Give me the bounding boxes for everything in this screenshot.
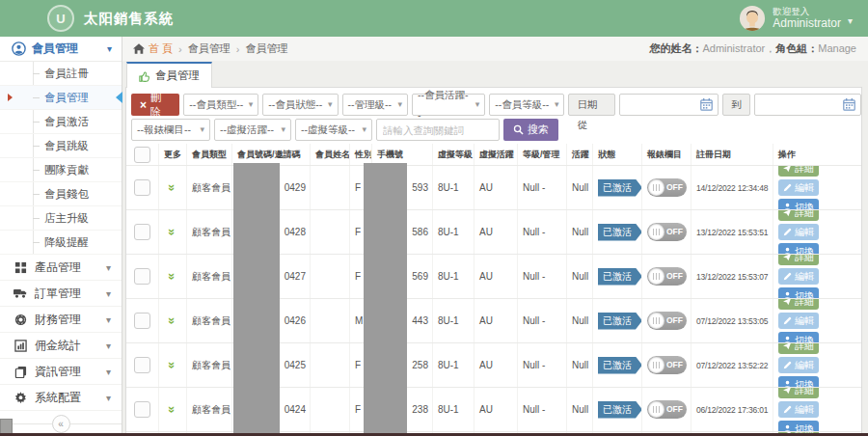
sidebar-item-member-register[interactable]: 會員註冊 [0,62,122,86]
report-column-select[interactable]: --報錶欄目--▾ [131,119,210,141]
row-checkbox[interactable] [134,268,150,285]
app-header: U 太阳銷售系統 歡迎登入 Administrator ▾ [0,0,868,37]
cell-level-manage: Null - [518,166,567,209]
app-logo-icon: U [47,5,74,32]
row-checkbox[interactable] [134,179,150,196]
calendar-icon[interactable] [843,98,855,111]
cell-status: 已激活 [593,388,642,431]
thumbs-up-icon [139,70,150,82]
redaction-bar [233,163,280,436]
coin-icon [14,313,27,326]
calendar-icon[interactable] [700,98,713,111]
detail-button[interactable]: 詳細 [778,299,819,310]
delete-button[interactable]: ×刪除 [131,94,179,116]
detail-button[interactable]: 詳細 [778,210,819,221]
report-toggle[interactable]: OFF [647,223,687,241]
status-badge: 已激活 [598,357,642,374]
sidebar-section-orders[interactable]: 訂單管理 ▾ [0,281,122,307]
cell-checkbox [126,299,159,342]
switch-button[interactable]: 切換 [778,332,819,342]
header-register-date: 註冊日期 [692,144,773,165]
sidebar-section-finance[interactable]: 財務管理 ▾ [0,307,122,333]
switch-button[interactable]: 切換 [778,243,819,254]
tab-member-management[interactable]: 會員管理 [126,62,212,88]
sidebar-item-team-contribution[interactable]: 團隊貢獻 [0,158,122,182]
report-toggle[interactable]: OFF [647,400,687,419]
breadcrumb-home[interactable]: 首 頁 [133,41,173,56]
detail-button[interactable]: 詳細 [778,343,819,354]
sidebar-section-system-config[interactable]: 系統配置 ▾ [0,385,122,411]
section-label: 系統配置 [35,390,98,406]
cell-actions: 詳細 編輯 切換 [773,388,861,431]
sidebar-item-owner-upgrade[interactable]: 店主升級 [0,206,122,231]
sidebar-item-member-activation[interactable]: 會員激活 [0,110,122,134]
breadcrumb-item[interactable]: 會員管理 [188,41,231,56]
row-checkbox[interactable] [134,224,150,240]
sidebar-section-products[interactable]: 產品管理 ▾ [0,255,122,281]
cell-active: Null [567,343,593,387]
cell-checkbox [126,255,159,298]
report-toggle[interactable]: OFF [647,356,687,374]
role-label: 角色組： [775,42,818,54]
virtual-active-select[interactable]: --虛擬活躍--▾ [214,119,291,141]
report-toggle[interactable]: OFF [647,178,687,197]
expand-row-icon[interactable]: » [165,406,179,413]
sidebar-collapse-button[interactable]: « [52,415,70,433]
member-status-select[interactable]: --會員狀態--▾ [262,94,338,116]
select-all-checkbox[interactable] [134,147,150,163]
switch-button[interactable]: 切換 [778,287,819,298]
chevron-down-icon: ▾ [106,367,111,377]
cell-virtual-active: AU [475,255,518,298]
toggle-label: OFF [666,267,683,286]
sidebar-item-member-management[interactable]: 會員管理 [0,86,122,110]
select-value: --管理級-- [348,95,393,115]
breadcrumb-item[interactable]: 會員管理 [245,41,287,56]
user-menu-chevron-icon: ▾ [848,15,853,26]
edit-button[interactable]: 編輯 [778,401,819,418]
cell-report-toggle: OFF [642,255,692,298]
switch-button[interactable]: 切換 [778,199,819,209]
sidebar-section-commission[interactable]: 佣金統計 ▾ [0,333,122,359]
row-checkbox[interactable] [134,357,150,373]
search-button[interactable]: 搜索 [503,119,558,141]
toggle-knob-icon [648,357,665,373]
member-active-select[interactable]: --會員活躍--▾ [412,94,485,116]
report-toggle[interactable]: OFF [647,267,687,286]
cell-member-type: 顧客會員 [187,255,232,298]
cell-actions: 詳細 編輯 切換 [773,166,861,209]
scrollbar-chip[interactable] [0,419,13,434]
virtual-level-select[interactable]: --虛擬等級--▾ [295,119,372,141]
sidebar-section-information[interactable]: 資訊管理 ▾ [0,359,122,385]
manage-level-select[interactable]: --管理級--▾ [342,94,408,116]
edit-button[interactable]: 編輯 [778,179,819,196]
expand-row-icon[interactable]: » [165,273,179,280]
detail-button[interactable]: 詳細 [778,255,819,265]
keyword-input[interactable] [377,120,499,140]
user-menu[interactable]: 歡迎登入 Administrator ▾ [739,0,853,37]
member-level-select[interactable]: --會員等級--▾ [489,94,564,116]
row-checkbox[interactable] [134,401,150,418]
edit-button[interactable]: 編輯 [778,357,819,373]
edit-button[interactable]: 編輯 [778,224,819,240]
expand-row-icon[interactable]: » [165,229,179,235]
expand-row-icon[interactable]: » [165,362,179,368]
sidebar-item-downgrade-reminder[interactable]: 降級提醒 [0,231,122,255]
report-toggle[interactable]: OFF [647,312,687,330]
switch-button[interactable]: 切換 [778,376,819,387]
detail-button[interactable]: 詳細 [778,388,819,398]
cell-active: Null [567,166,593,209]
edit-button[interactable]: 編輯 [778,268,819,285]
detail-button[interactable]: 詳細 [778,166,819,177]
sidebar-item-member-upgrade[interactable]: 會員跳級 [0,134,122,158]
edit-button[interactable]: 編輯 [778,313,819,329]
sidebar-item-member-wallet[interactable]: 會員錢包 [0,182,122,206]
member-type-select[interactable]: --會員類型--▾ [183,94,258,116]
switch-button[interactable]: 切換 [778,421,819,431]
toggle-label: OFF [666,356,683,374]
cell-virtual-active: AU [475,388,518,431]
expand-row-icon[interactable]: » [165,317,179,324]
cell-active: Null [567,255,593,298]
row-checkbox[interactable] [134,313,150,329]
expand-row-icon[interactable]: » [165,184,179,191]
sidebar-group-member-management[interactable]: 會員管理 ▾ [0,37,122,62]
